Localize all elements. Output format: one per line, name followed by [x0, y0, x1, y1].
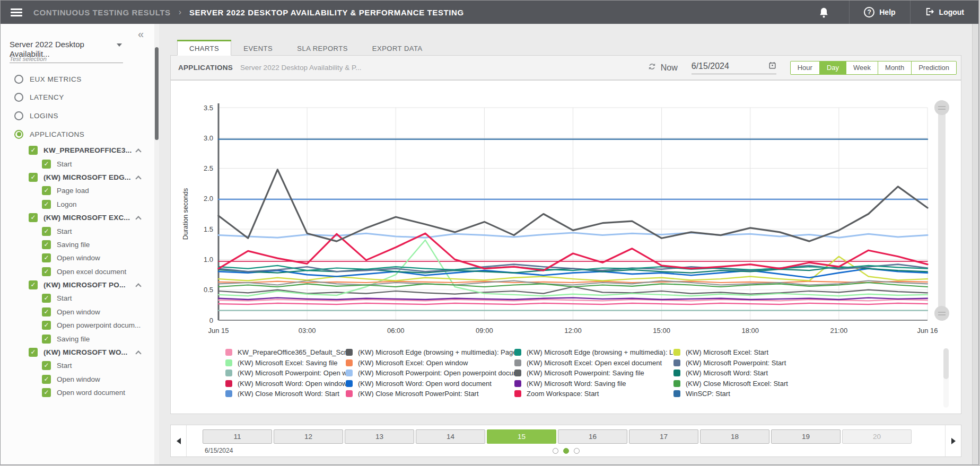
tree-child-kw-microsoft-exc-start[interactable]: ✓Start	[1, 224, 154, 238]
legend-item-kw-microsoft-edge-browsing-multimedia-page-load[interactable]: (KW) Microsoft Edge (browsing + multimed…	[346, 347, 514, 358]
chevron-up-icon[interactable]	[135, 175, 141, 181]
pager-dot-3[interactable]	[574, 448, 580, 454]
legend-item-kw-microsoft-word-open-window[interactable]: (KW) Microsoft Word: Open window	[225, 379, 346, 389]
legend-item-kw-close-microsoft-word-start[interactable]: (KW) Close Microsoft Word: Start	[225, 389, 346, 397]
metric-option-applications[interactable]: APPLICATIONS	[1, 125, 154, 144]
legend-item-kw-microsoft-powerpoint-saving-file[interactable]: (KW) Microsoft Powerpoint: Saving file	[514, 368, 673, 379]
tree-child-kw-microsoft-exc-saving-file[interactable]: ✓Saving file	[1, 238, 154, 251]
legend-item-kw-microsoft-word-start[interactable]: (KW) Microsoft Word: Start	[673, 368, 918, 379]
range-button-week[interactable]: Week	[846, 61, 878, 74]
legend-item-kw-prepareoffice365-default-script-start[interactable]: KW_PrepareOffice365_Default_Script: Star…	[225, 347, 346, 358]
legend-item-kw-microsoft-word-open-word-document[interactable]: (KW) Microsoft Word: Open word document	[346, 379, 514, 389]
tab-charts[interactable]: CHARTS	[177, 41, 231, 56]
tree-child-kw-microsoft-po-start[interactable]: ✓Start	[1, 292, 154, 305]
day-button-18[interactable]: 18	[700, 429, 769, 444]
tree-child-kw-microsoft-edg-page-load[interactable]: ✓Page load	[1, 184, 154, 197]
range-button-hour[interactable]: Hour	[791, 61, 819, 74]
legend-item-kw-microsoft-excel-open-excel-document[interactable]: (KW) Microsoft Excel: Open excel documen…	[514, 358, 673, 368]
yaxis-zoom-slider-bottom-handle[interactable]	[934, 306, 949, 321]
day-button-13[interactable]: 13	[345, 429, 414, 444]
menu-icon[interactable]	[11, 8, 22, 16]
checkbox-checked-icon[interactable]: ✓	[42, 321, 51, 330]
refresh-now-button[interactable]: Now	[648, 62, 678, 73]
pager-dot-2[interactable]	[563, 448, 569, 454]
legend-scrollbar-thumb[interactable]	[943, 348, 949, 379]
tree-child-kw-microsoft-po-open-window[interactable]: ✓Open window	[1, 305, 154, 319]
checkbox-checked-icon[interactable]: ✓	[42, 294, 51, 303]
checkbox-checked-icon[interactable]: ✓	[29, 280, 38, 289]
day-button-15[interactable]: 15	[487, 429, 556, 444]
checkbox-checked-icon[interactable]: ✓	[42, 307, 51, 316]
date-input[interactable]: 6/15/2024	[692, 61, 776, 74]
yaxis-zoom-slider-top-handle[interactable]	[934, 100, 949, 115]
tree-child-kw-microsoft-exc-open-excel-document[interactable]: ✓Open excel document	[1, 265, 154, 278]
day-button-14[interactable]: 14	[416, 429, 485, 444]
checkbox-checked-icon[interactable]: ✓	[42, 388, 51, 397]
metric-option-logins[interactable]: LOGINS	[1, 107, 154, 125]
sidebar-scrollbar-thumb[interactable]	[155, 47, 159, 140]
chevron-up-icon[interactable]	[135, 283, 141, 289]
sidebar-collapse-icon[interactable]: «	[138, 28, 144, 40]
legend-item-kw-microsoft-powerpoint-start[interactable]: (KW) Microsoft Powerpoint: Start	[673, 358, 918, 368]
day-button-12[interactable]: 12	[274, 429, 343, 444]
chevron-up-icon[interactable]	[135, 148, 141, 154]
breadcrumb-root[interactable]: CONTINUOUS TESTING RESULTS	[33, 8, 171, 17]
legend-item-kw-close-microsoft-excel-start[interactable]: (KW) Close Microsoft Excel: Start	[673, 379, 918, 389]
legend-item-kw-microsoft-powerpoint-open-powerpoint-document[interactable]: (KW) Microsoft Powerpoint: Open powerpoi…	[346, 368, 514, 379]
series-line-kw-close-microsoft-powerpoint-start[interactable]	[218, 303, 928, 304]
range-button-day[interactable]: Day	[819, 61, 846, 74]
calendar-icon[interactable]	[768, 61, 776, 72]
tree-child-kw-microsoft-wo-open-word-document[interactable]: ✓Open word document	[1, 386, 154, 399]
day-button-11[interactable]: 11	[203, 429, 272, 444]
tree-child-kw-microsoft-exc-open-window[interactable]: ✓Open window	[1, 251, 154, 265]
day-button-16[interactable]: 16	[558, 429, 627, 444]
tab-export-data[interactable]: EXPORT DATA	[360, 41, 435, 56]
tree-parent-kw-microsoft-po[interactable]: ✓(KW) MICROSOFT PO...	[1, 278, 154, 292]
pager-dot-1[interactable]	[553, 448, 558, 454]
checkbox-checked-icon[interactable]: ✓	[29, 173, 38, 182]
legend-item-kw-microsoft-excel-saving-file[interactable]: (KW) Microsoft Excel: Saving file	[225, 358, 346, 368]
legend-item-kw-microsoft-edge-browsing-multimedia-logon[interactable]: (KW) Microsoft Edge (browsing + multimed…	[514, 347, 673, 358]
range-button-month[interactable]: Month	[878, 61, 911, 74]
checkbox-checked-icon[interactable]: ✓	[29, 348, 38, 357]
duration-line-chart[interactable]: 00.51.01.52.02.53.03.5Jun 1503:0006:0009…	[171, 81, 961, 346]
checkbox-checked-icon[interactable]: ✓	[42, 267, 51, 276]
notifications-bell-icon[interactable]	[819, 7, 829, 18]
chevron-up-icon[interactable]	[135, 216, 141, 222]
tree-parent-kw-microsoft-wo[interactable]: ✓(KW) MICROSOFT WO...	[1, 346, 154, 359]
range-button-prediction[interactable]: Prediction	[911, 61, 956, 74]
tree-child-kw-microsoft-wo-open-window[interactable]: ✓Open window	[1, 373, 154, 386]
checkbox-checked-icon[interactable]: ✓	[29, 213, 38, 222]
tree-child-kw-prepareoffice3-start[interactable]: ✓Start	[1, 157, 154, 170]
checkbox-checked-icon[interactable]: ✓	[42, 361, 51, 370]
tree-parent-kw-prepareoffice3[interactable]: ✓KW_PREPAREOFFICE3...	[1, 144, 154, 157]
checkbox-checked-icon[interactable]: ✓	[42, 375, 51, 384]
pager-next-button[interactable]	[945, 425, 961, 456]
checkbox-checked-icon[interactable]: ✓	[42, 200, 51, 209]
tree-parent-kw-microsoft-exc[interactable]: ✓(KW) MICROSOFT EXC...	[1, 211, 154, 224]
yaxis-zoom-slider-track[interactable]	[938, 107, 946, 314]
checkbox-checked-icon[interactable]: ✓	[42, 253, 51, 262]
metric-option-latency[interactable]: LATENCY	[1, 89, 154, 107]
tab-sla-reports[interactable]: SLA REPORTS	[285, 41, 360, 56]
checkbox-checked-icon[interactable]: ✓	[42, 160, 51, 169]
checkbox-checked-icon[interactable]: ✓	[29, 146, 38, 155]
metric-option-eux-metrics[interactable]: EUX METRICS	[1, 70, 154, 89]
checkbox-checked-icon[interactable]: ✓	[42, 240, 51, 249]
help-button[interactable]: ? Help	[850, 7, 909, 17]
tree-parent-kw-microsoft-edg[interactable]: ✓(KW) MICROSOFT EDG...	[1, 171, 154, 184]
day-button-17[interactable]: 17	[629, 429, 698, 444]
legend-item-kw-close-microsoft-powerpoint-start[interactable]: (KW) Close Microsoft PowerPoint: Start	[346, 389, 514, 397]
sidebar-scrollbar-track[interactable]	[154, 24, 159, 464]
logout-button[interactable]: Logout	[911, 7, 978, 18]
tree-child-kw-microsoft-po-open-powerpoint-docum[interactable]: ✓Open powerpoint docum...	[1, 319, 154, 332]
legend-item-kw-microsoft-excel-open-window[interactable]: (KW) Microsoft Excel: Open window	[346, 358, 514, 368]
legend-item-kw-microsoft-word-saving-file[interactable]: (KW) Microsoft Word: Saving file	[514, 379, 673, 389]
tree-child-kw-microsoft-edg-logon[interactable]: ✓Logon	[1, 198, 154, 211]
chevron-up-icon[interactable]	[135, 350, 141, 356]
legend-item-kw-microsoft-powerpoint-open-window[interactable]: (KW) Microsoft Powerpoint: Open window	[225, 368, 346, 379]
tab-events[interactable]: EVENTS	[231, 41, 285, 56]
day-button-19[interactable]: 19	[771, 429, 841, 444]
legend-item-zoom-workspace-start[interactable]: Zoom Workspace: Start	[514, 389, 673, 397]
checkbox-checked-icon[interactable]: ✓	[42, 227, 51, 236]
